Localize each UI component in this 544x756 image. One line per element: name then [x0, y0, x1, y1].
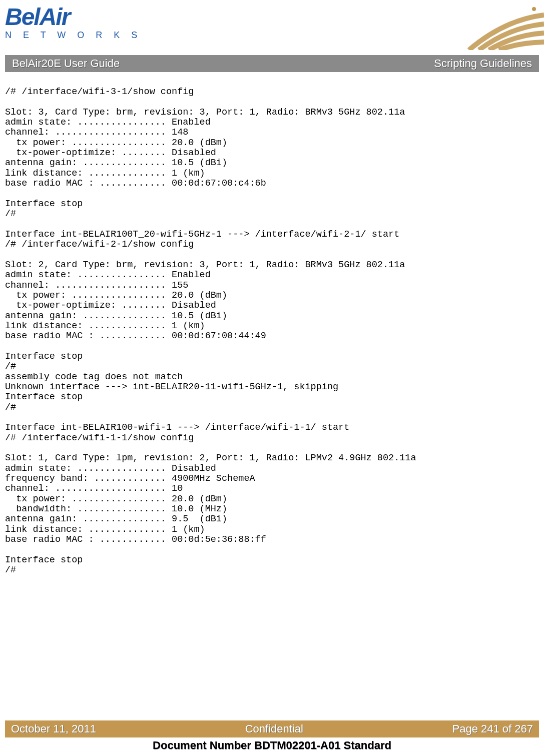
content-area: /# /interface/wifi-3-1/show config Slot:… — [0, 72, 544, 576]
footer-confidential: Confidential — [245, 722, 303, 735]
document-number: Document Number BDTM02201-A01 Standard — [5, 739, 539, 752]
corner-swoosh-icon — [459, 0, 544, 50]
page-footer: October 11, 2011 Confidential Page 241 o… — [5, 720, 539, 752]
terminal-output: /# /interface/wifi-3-1/show config Slot:… — [5, 87, 539, 576]
footer-page-number: Page 241 of 267 — [452, 722, 533, 735]
logo-bottom: N E T W O R K S — [5, 30, 142, 41]
title-right: Scripting Guidelines — [434, 57, 532, 70]
title-left: BelAir20E User Guide — [12, 57, 120, 70]
page-header: BelAir N E T W O R K S — [0, 0, 544, 55]
title-bar: BelAir20E User Guide Scripting Guideline… — [5, 55, 539, 72]
logo-top: BelAir — [5, 5, 142, 29]
footer-date: October 11, 2011 — [11, 722, 96, 735]
logo: BelAir N E T W O R K S — [5, 5, 142, 41]
footer-bar: October 11, 2011 Confidential Page 241 o… — [5, 720, 539, 737]
svg-point-0 — [532, 7, 536, 11]
